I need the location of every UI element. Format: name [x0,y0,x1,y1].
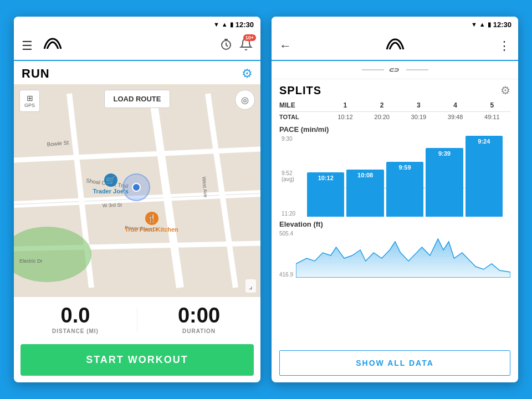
locate-button[interactable]: ◎ [235,90,255,110]
bar-mile-3: 9:59 [386,136,423,217]
battery-icon: ▮ [230,21,233,28]
splits-table-wrapper: MILE 1 2 3 4 5 TOTAL 10:12 20:20 30:19 3… [272,99,518,122]
run-title: RUN [22,66,50,81]
nav-bar-right: ← ⋮ [272,32,518,61]
splits-total-4: 39:48 [437,112,473,122]
pace-label: PACE (min/mi) [279,125,510,134]
pace-section: PACE (min/mi) 9:30 9:52 (avg) 11:20 10:1… [272,122,518,217]
splits-total-label: TOTAL [279,112,327,122]
gps-button[interactable]: ⊞ GPS [19,90,40,112]
status-icons-right: ▼ ▲ ▮ 12:30 [471,21,511,29]
time-right: 12:30 [493,21,511,29]
run-settings-icon[interactable]: ⚙ [242,66,253,81]
status-icons-left: ▼ ▲ ▮ 12:30 [213,21,254,29]
back-button[interactable]: ← [279,39,291,53]
nav-left: ☰ [22,37,64,55]
wifi-icon-right: ▼ [471,21,477,28]
ua-logo-right [384,37,406,55]
right-phone: ▼ ▲ ▮ 12:30 ← ⋮ ⊂⊃ SPLITS ⚙ [272,17,518,382]
load-route-button[interactable]: LOAD ROUTE [104,90,171,108]
bar-mile-1: 10:12 [307,136,344,217]
splits-col-mile: MILE [279,99,327,112]
duration-stat: 0:00 DURATION [149,305,249,334]
trader-joes-label: Trader Joe's [93,188,128,195]
bar-label-3: 9:59 [399,164,411,171]
elevation-section: Elevation (ft) 505.4 416.9 [272,217,518,346]
duration-label: DURATION [149,328,249,334]
stats-section: 0.0 DISTANCE (MI) 0:00 DURATION [14,297,260,340]
pace-y-bottom: 11:20 [282,211,305,217]
splits-col-4: 4 [437,99,473,112]
show-all-data-button[interactable]: SHOW ALL DATA [279,350,510,376]
bars-container: 10:12 10:08 9:59 [307,136,503,217]
true-food-label: True Food Kitchen [125,226,178,233]
map-area[interactable]: Bowie St Shoal Creek Trail W 3rd St Powe… [14,84,260,297]
splits-total-1: 10:12 [327,112,364,122]
bar-mile-2: 10:08 [346,136,383,217]
bar-label-2: 10:08 [357,172,373,178]
user-dot [132,183,141,192]
pace-y-labels: 9:30 9:52 (avg) 11:20 [279,136,307,217]
time-left: 12:30 [236,21,254,29]
pace-y-top: 9:30 [282,136,305,142]
gps-label: GPS [24,103,35,108]
splits-total-5: 49:11 [474,112,510,122]
status-bar-left: ▼ ▲ ▮ 12:30 [14,17,260,32]
splits-header: SPLITS ⚙ [272,79,518,99]
svg-text:W 3rd St: W 3rd St [103,202,122,208]
notification-badge: 10+ [243,34,256,41]
bar-label-5: 9:24 [478,138,490,145]
true-food-icon: 🍴 [145,212,158,225]
splits-total-3: 30:19 [400,112,437,122]
svg-text:Electric Dr: Electric Dr [19,258,43,264]
start-workout-button[interactable]: START WORKOUT [21,344,254,376]
splits-col-3: 3 [400,99,437,112]
more-options-icon[interactable]: ⋮ [498,39,510,53]
trader-joes-poi[interactable]: 🛒 Trader Joe's [93,173,128,195]
distance-stat: 0.0 DISTANCE (MI) [25,305,126,334]
duration-value: 0:00 [149,305,249,326]
elevation-chart-wrapper: 505.4 416.9 [279,231,510,278]
splits-col-1: 1 [327,99,364,112]
elevation-min: 416.9 [279,272,293,278]
signal-icon: ▲ [222,21,228,28]
pace-chart: 9:30 9:52 (avg) 11:20 10:12 10:08 [279,134,510,217]
elevation-max: 505.4 [279,231,293,237]
splits-row-total: TOTAL 10:12 20:20 30:19 39:48 49:11 [279,112,510,122]
battery-icon-right: ▮ [488,21,491,28]
wifi-icon: ▼ [213,21,219,28]
signal-icon-right: ▲ [479,21,485,28]
notification-icon[interactable]: 10+ [239,38,253,54]
status-bar-right: ▼ ▲ ▮ 12:30 [272,17,518,32]
menu-icon[interactable]: ☰ [22,39,33,53]
bar-mile-5: 9:24 [466,136,503,217]
trader-joes-icon: 🛒 [104,173,117,187]
splits-title: SPLITS [279,84,321,97]
splits-col-2: 2 [364,99,400,112]
nav-right-left: 10+ [219,38,253,54]
elevation-label: Elevation (ft) [279,220,510,228]
splits-total-2: 20:20 [364,112,400,122]
run-header: RUN ⚙ [14,61,260,84]
distance-value: 0.0 [25,305,126,326]
ua-divider: ⊂⊃ [272,61,518,79]
splits-col-5: 5 [474,99,510,112]
splits-settings-icon[interactable]: ⚙ [500,84,510,97]
elevation-svg [296,231,510,278]
bar-mile-4: 9:39 [426,136,463,217]
left-phone: ▼ ▲ ▮ 12:30 ☰ [14,17,260,382]
true-food-poi[interactable]: 🍴 True Food Kitchen [125,212,178,233]
map-corner-icon: ⌟ [245,279,256,293]
svg-text:⊂⊃: ⊂⊃ [388,66,399,73]
stat-divider [137,307,137,332]
bar-label-4: 9:39 [438,150,451,157]
nav-bar-left: ☰ 10+ [14,32,260,61]
distance-label: DISTANCE (MI) [25,328,126,334]
ua-logo-left [42,37,64,55]
pace-y-avg: 9:52 (avg) [282,170,305,182]
splits-table: MILE 1 2 3 4 5 TOTAL 10:12 20:20 30:19 3… [279,99,510,122]
bar-label-1: 10:12 [318,175,334,181]
timer-icon[interactable] [219,38,233,54]
